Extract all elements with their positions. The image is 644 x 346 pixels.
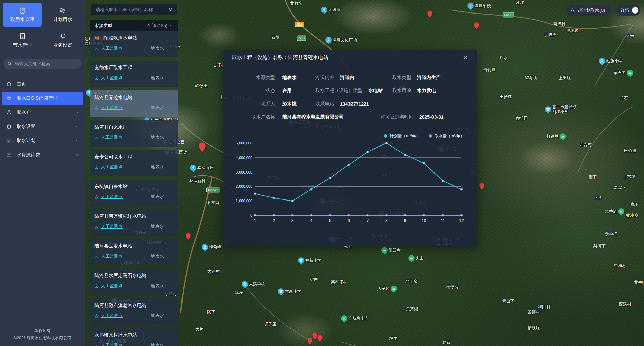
map-pin-red[interactable] <box>474 22 479 31</box>
school-pin-icon[interactable]: 文 <box>467 3 474 9</box>
app-tab-计划用水[interactable]: 计划用水 <box>43 3 82 27</box>
station-list-item[interactable]: 水唇镇水栏肚水电站 人工监测点 地表水 <box>90 328 178 346</box>
map-pin-nature[interactable]: 烧香缝 <box>605 208 624 215</box>
map-pin-school[interactable]: 文幸福山庄 <box>190 165 214 171</box>
map-pin-red[interactable] <box>307 338 312 346</box>
mountain-pin-icon[interactable] <box>618 208 624 215</box>
school-pin-icon[interactable]: 文 <box>242 281 248 287</box>
monitor-point-link[interactable]: 人工监测点 <box>94 313 123 319</box>
map-pin-school[interactable]: 文高塘文化广场 <box>325 37 357 43</box>
map-pin-school[interactable]: 文天珠顶 <box>321 7 340 13</box>
legend-item[interactable]: 计划量（m³/年） <box>384 133 420 139</box>
monitor-point-link[interactable]: 人工监测点 <box>94 342 123 346</box>
over-plan-intake-button[interactable]: 超计划取水(0) <box>566 5 610 16</box>
sidebar-item-水资源计费[interactable]: 水资源计费 <box>2 149 83 161</box>
school-pin-icon[interactable]: 文 <box>278 288 284 295</box>
mountain-pin-icon[interactable] <box>627 70 633 76</box>
map-pin-school[interactable]: 文璇塘学校 <box>467 3 491 9</box>
app-tab-节水管理[interactable]: 节水管理 <box>3 28 42 53</box>
sidebar-item-首页[interactable]: 首页 <box>2 78 83 90</box>
monitor-point-link[interactable]: 人工监测点 <box>94 194 123 200</box>
legend-item[interactable]: 取水量（m³/年） <box>429 133 465 139</box>
map-pin-red[interactable] <box>199 142 206 154</box>
monitor-point-link[interactable]: 人工监测点 <box>94 134 123 140</box>
school-pin-icon[interactable]: 文 <box>202 244 208 250</box>
red-marker-icon[interactable] <box>312 332 317 341</box>
station-list-item[interactable]: 河口镇唱歌潭水电站 人工监测点 地表水 <box>90 31 178 57</box>
station-list-item[interactable]: 麦卡公司取水工程 人工监测点 地表水 <box>90 150 178 176</box>
map-pin-red[interactable] <box>479 183 484 191</box>
school-pin-icon[interactable]: 文 <box>190 165 196 171</box>
school-pin-icon[interactable]: 文 <box>321 7 327 13</box>
map-pin-nature[interactable]: 打铁塘 <box>547 133 566 140</box>
monitor-point-link[interactable]: 人工监测点 <box>94 45 123 51</box>
school-pin-icon[interactable]: 文 <box>325 37 332 43</box>
map-pin-school[interactable]: 文普宁市船埔镇河坑小学 <box>545 105 577 114</box>
sidebar-item-取水口GIS信息管理[interactable]: 取水口GIS信息管理 <box>2 92 83 105</box>
school-pin-icon[interactable]: 文 <box>545 106 551 113</box>
mountain-pin-icon[interactable] <box>408 255 415 261</box>
school-pin-icon[interactable]: 文 <box>599 58 605 64</box>
map-pin-school[interactable]: 文大新小学 <box>278 288 301 295</box>
station-list-item[interactable]: 陆河县南万镇杞洋水电站 人工监测点 地表水 <box>90 209 178 236</box>
mountain-pin-icon[interactable] <box>381 247 388 254</box>
sidebar: 取用水管理 计划用水 节水管理 业务设置 首页 取水口GIS信息管理 取水户 取… <box>0 0 85 346</box>
search-icon[interactable] <box>168 7 173 12</box>
station-list-item[interactable]: 陆河县激石溪老区水电站 人工监测点 地表水 <box>90 298 178 325</box>
station-search-input[interactable] <box>96 7 168 12</box>
station-list-item[interactable]: 东坑镇自来水站 人工监测点 地表水 <box>90 180 178 206</box>
modal-header: 取水工程（设施）名称：陆河县青硿水电站 ✕ <box>223 50 477 65</box>
mountain-pin-icon[interactable] <box>560 133 566 140</box>
map-pin-school[interactable]: 文红旗小学 <box>599 58 622 64</box>
station-list-item[interactable]: 友能水厂取水工程 人工监测点 地表水 <box>90 61 178 87</box>
school-pin-icon[interactable]: 文 <box>298 257 304 264</box>
monitor-point-link[interactable]: 人工监测点 <box>94 75 123 81</box>
toggle-knob-icon[interactable] <box>632 7 638 14</box>
filter-dropdown[interactable]: 全部 (125) <box>147 23 173 29</box>
map-pin-nature[interactable]: 羊石尖 <box>614 70 633 76</box>
monitor-point-link[interactable]: 人工监测点 <box>94 283 123 289</box>
red-marker-icon[interactable] <box>307 338 312 346</box>
sidebar-item-取水户[interactable]: 取水户 <box>2 106 83 119</box>
red-marker-icon[interactable] <box>199 142 206 154</box>
red-marker-icon[interactable] <box>317 335 323 343</box>
map-pin-school[interactable]: 文螺角峰 <box>202 244 221 250</box>
sidebar-search[interactable] <box>3 59 82 69</box>
map-pin-red[interactable] <box>312 332 317 341</box>
monitor-point-link[interactable]: 人工监测点 <box>94 164 123 170</box>
station-list-item[interactable]: 陆河县青硿水电站 人工监测点 地表水 <box>90 90 178 117</box>
map-pin-red[interactable] <box>427 11 432 19</box>
detail-toggle[interactable]: 详情 <box>616 5 640 16</box>
monitor-point-link[interactable]: 人工监测点 <box>94 223 123 230</box>
station-list-item[interactable]: 陆河县宝塔水电站 人工监测点 地表水 <box>90 239 178 265</box>
map-label: 大片 <box>195 327 203 332</box>
map-pin-nature[interactable]: 聚云寺 <box>381 247 401 254</box>
svg-text:12: 12 <box>459 218 464 223</box>
map-pin-nature[interactable]: 人子嶂 <box>377 286 397 292</box>
field-联系人: 联系人彭木桃 <box>241 101 315 107</box>
app-tab-业务设置[interactable]: 业务设置 <box>43 28 82 53</box>
sidebar-search-input[interactable] <box>15 61 78 66</box>
red-marker-icon[interactable] <box>479 183 484 191</box>
sidebar-item-取水设置[interactable]: 取水设置 <box>2 120 83 133</box>
red-marker-icon[interactable] <box>427 11 432 19</box>
station-list-item[interactable]: 陆河县水唇走马石水电站 人工监测点 地表水 <box>90 269 178 295</box>
close-icon[interactable]: ✕ <box>462 54 468 61</box>
red-marker-icon[interactable] <box>186 233 191 241</box>
map-pin-nature[interactable]: 东坑尖山寺 <box>341 315 369 322</box>
mountain-pin-icon[interactable] <box>341 315 347 322</box>
monitor-point-link[interactable]: 人工监测点 <box>94 105 123 111</box>
red-marker-icon[interactable] <box>474 22 479 31</box>
sidebar-item-取水计划[interactable]: 取水计划 <box>2 134 83 147</box>
station-search[interactable] <box>91 4 177 15</box>
map-pin-nature[interactable]: 尖山 <box>408 255 424 261</box>
map-label: 梨树下 <box>593 243 606 249</box>
mountain-pin-icon[interactable] <box>391 286 397 292</box>
station-list-item[interactable]: 陆河县自来水厂 人工监测点 地表水 <box>90 120 178 147</box>
map-pin-red[interactable] <box>317 335 323 343</box>
map-pin-school[interactable]: 文大溪学校 <box>242 281 265 287</box>
monitor-point-link[interactable]: 人工监测点 <box>94 253 123 259</box>
app-tab-取用水管理[interactable]: 取用水管理 <box>3 3 42 27</box>
map-pin-red[interactable] <box>186 233 191 241</box>
map-pin-school[interactable]: 文福新小学 <box>298 257 321 264</box>
